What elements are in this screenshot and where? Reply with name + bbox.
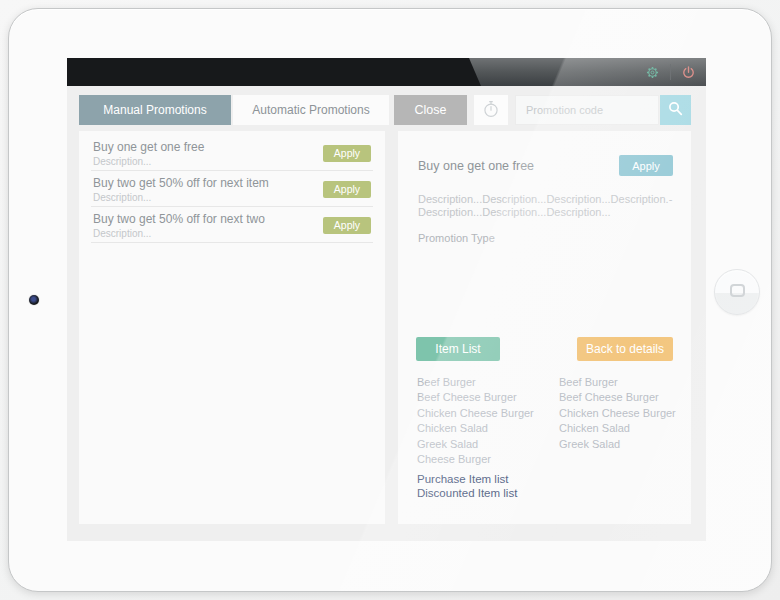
list-item: Beef Cheese Burger [559, 390, 676, 405]
list-item: Beef Burger [417, 375, 534, 390]
detail-header: Buy one get one free Apply [418, 155, 673, 176]
topbar-actions [644, 58, 697, 86]
tablet-frame: Manual Promotions Automatic Promotions C… [8, 8, 772, 592]
page-background: Manual Promotions Automatic Promotions C… [0, 0, 780, 600]
search-icon [667, 100, 684, 120]
discounted-item-list: Beef Burger Beef Cheese Burger Chicken C… [559, 375, 676, 452]
home-button-square-icon [730, 284, 745, 297]
stopwatch-icon [481, 99, 501, 122]
promotion-title: Buy two get 50% off for next item [93, 176, 269, 190]
detail-title: Buy one get one free [418, 159, 534, 173]
topbar-divider [670, 64, 671, 80]
tab-manual-promotions[interactable]: Manual Promotions [79, 95, 231, 125]
detail-description-line: Description...Description...Description.… [418, 193, 677, 206]
promotion-detail-panel: Buy one get one free Apply Description..… [398, 131, 691, 524]
promotion-description: Description... [93, 192, 269, 203]
promotion-description: Description... [93, 228, 265, 239]
promotion-row-text: Buy two get 50% off for next item Descri… [93, 176, 269, 203]
promotion-code-input[interactable] [515, 95, 659, 125]
timer-button[interactable] [474, 95, 508, 125]
detail-links: Purchase Item list Discounted Item list [417, 472, 517, 500]
back-to-details-button[interactable]: Back to details [577, 337, 673, 361]
list-item: Beef Cheese Burger [417, 390, 534, 405]
promotion-row-text: Buy one get one free Description... [93, 140, 204, 167]
discounted-item-list-link[interactable]: Discounted Item list [417, 486, 517, 500]
apply-button[interactable]: Apply [323, 217, 371, 234]
home-button[interactable] [714, 269, 760, 315]
detail-description: Description...Description...Description.… [418, 193, 677, 218]
promotion-row[interactable]: Buy one get one free Description... Appl… [79, 135, 385, 171]
list-item: Chicken Salad [559, 421, 676, 436]
detail-description-line: Description...Description...Description.… [418, 206, 677, 219]
list-item: Chicken Cheese Burger [417, 406, 534, 421]
settings-gear-icon[interactable] [644, 64, 661, 81]
detail-buttons: Item List Back to details [416, 337, 673, 361]
list-item: Cheese Burger [417, 452, 534, 467]
top-status-bar [67, 58, 706, 86]
promotion-title: Buy one get one free [93, 140, 204, 154]
list-item: Beef Burger [559, 375, 676, 390]
promotion-description: Description... [93, 156, 204, 167]
close-button[interactable]: Close [394, 95, 467, 125]
apply-button[interactable]: Apply [323, 145, 371, 162]
list-item: Chicken Cheese Burger [559, 406, 676, 421]
search-button[interactable] [660, 95, 691, 125]
camera-dot [29, 295, 39, 305]
list-item: Chicken Salad [417, 421, 534, 436]
promotion-type-label: Promotion Type [418, 232, 495, 244]
app-screen: Manual Promotions Automatic Promotions C… [67, 58, 706, 541]
purchase-item-list-link[interactable]: Purchase Item list [417, 472, 517, 486]
promotion-title: Buy two get 50% off for next two [93, 212, 265, 226]
promotions-list-panel: Buy one get one free Description... Appl… [79, 131, 385, 524]
item-list-button[interactable]: Item List [416, 337, 500, 361]
apply-button[interactable]: Apply [323, 181, 371, 198]
detail-apply-button[interactable]: Apply [619, 155, 673, 176]
list-item: Greek Salad [417, 437, 534, 452]
tab-automatic-promotions[interactable]: Automatic Promotions [233, 95, 389, 125]
promotion-row-text: Buy two get 50% off for next two Descrip… [93, 212, 265, 239]
purchase-item-list: Beef Burger Beef Cheese Burger Chicken C… [417, 375, 534, 467]
promotion-row[interactable]: Buy two get 50% off for next item Descri… [79, 171, 385, 207]
promotion-row[interactable]: Buy two get 50% off for next two Descrip… [79, 207, 385, 243]
list-item: Greek Salad [559, 437, 676, 452]
power-icon[interactable] [680, 64, 697, 81]
